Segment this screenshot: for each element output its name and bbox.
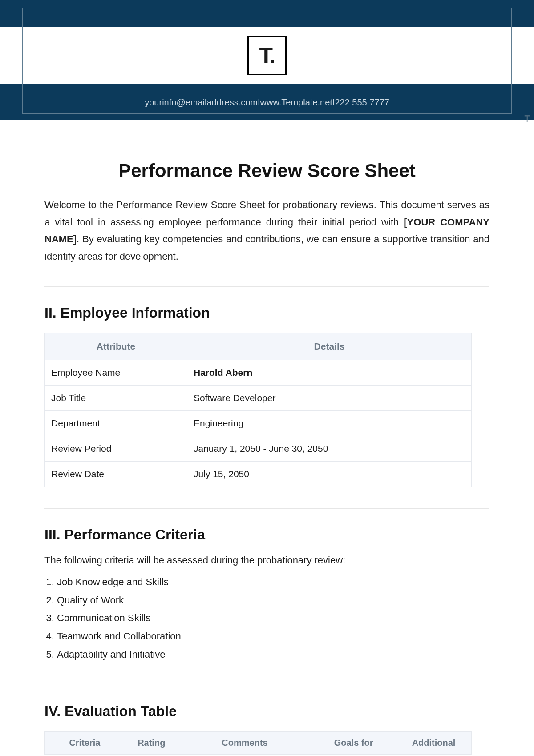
- attr-value: Engineering: [187, 411, 472, 436]
- list-item: Adaptability and Initiative: [57, 646, 490, 664]
- table-row: Employee Name Harold Abern: [45, 360, 472, 386]
- document-body: Performance Review Score Sheet Welcome t…: [0, 120, 534, 755]
- list-item: Quality of Work: [57, 591, 490, 610]
- logo-band: T.: [0, 27, 534, 84]
- col-details: Details: [187, 333, 472, 360]
- list-item: Job Knowledge and Skills: [57, 573, 490, 591]
- contact-email: yourinfo@emailaddress.com: [145, 97, 258, 108]
- page-title: Performance Review Score Sheet: [44, 160, 490, 181]
- attr-label: Job Title: [45, 386, 187, 411]
- attr-value: July 15, 2050: [187, 462, 472, 487]
- table-row: Job Title Software Developer: [45, 386, 472, 411]
- header-top-band: [0, 0, 534, 27]
- col-additional: Additional: [396, 732, 472, 755]
- col-attribute: Attribute: [45, 333, 187, 360]
- watermark-icon: T: [525, 113, 530, 125]
- criteria-intro: The following criteria will be assessed …: [44, 555, 490, 566]
- table-row: Department Engineering: [45, 411, 472, 436]
- list-item: Teamwork and Collaboration: [57, 627, 490, 646]
- criteria-list: Job Knowledge and Skills Quality of Work…: [44, 573, 490, 664]
- table-header-row: Attribute Details: [45, 333, 472, 360]
- intro-paragraph: Welcome to the Performance Review Score …: [44, 197, 490, 265]
- col-criteria: Criteria: [45, 732, 125, 755]
- section-heading-criteria: III. Performance Criteria: [44, 527, 490, 543]
- attr-label: Review Period: [45, 436, 187, 462]
- contact-phone: 222 555 7777: [335, 97, 389, 108]
- logo-text: T.: [259, 43, 275, 68]
- employee-info-table: Attribute Details Employee Name Harold A…: [44, 333, 472, 487]
- divider: [44, 286, 490, 287]
- attr-label: Employee Name: [45, 360, 187, 386]
- attr-value: Harold Abern: [187, 360, 472, 386]
- divider: [44, 685, 490, 685]
- list-item: Communication Skills: [57, 609, 490, 627]
- section-heading-eval: IV. Evaluation Table: [44, 703, 490, 720]
- table-row: Review Period January 1, 2050 - June 30,…: [45, 436, 472, 462]
- contact-band: yourinfo@emailaddress.com I www.Template…: [0, 84, 534, 120]
- col-rating: Rating: [125, 732, 178, 755]
- col-goals: Goals for: [312, 732, 396, 755]
- table-row: Review Date July 15, 2050: [45, 462, 472, 487]
- intro-text-2: . By evaluating key competencies and con…: [44, 233, 490, 262]
- evaluation-table: Criteria Rating Comments Goals for Addit…: [44, 731, 472, 755]
- table-header-row: Criteria Rating Comments Goals for Addit…: [45, 732, 472, 755]
- section-heading-employee: II. Employee Information: [44, 305, 490, 321]
- attr-label: Department: [45, 411, 187, 436]
- col-comments: Comments: [178, 732, 312, 755]
- divider: [44, 508, 490, 509]
- attr-value: January 1, 2050 - June 30, 2050: [187, 436, 472, 462]
- attr-label: Review Date: [45, 462, 187, 487]
- attr-value: Software Developer: [187, 386, 472, 411]
- contact-website: www.Template.net: [260, 97, 332, 108]
- logo-icon: T.: [247, 36, 287, 75]
